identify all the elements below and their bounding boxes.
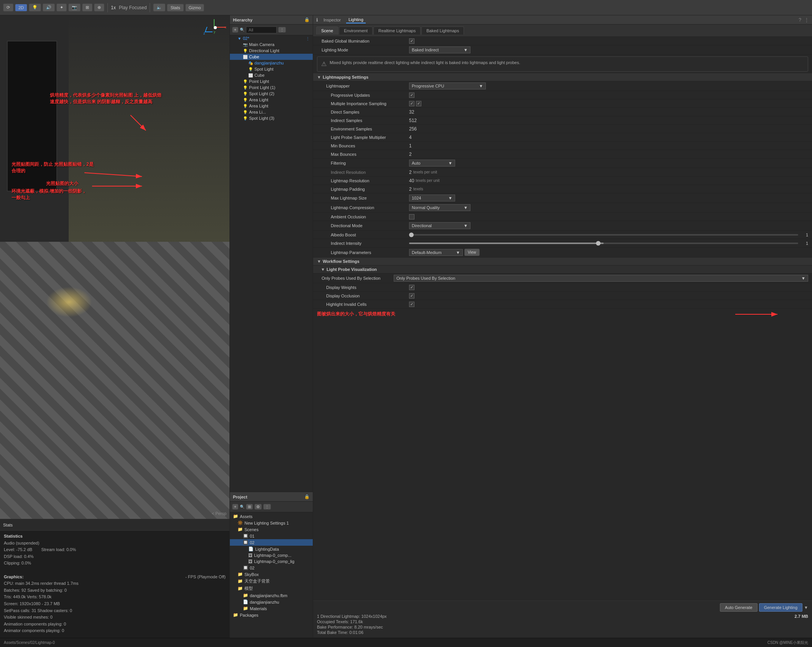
project-item[interactable]: 🔲02 — [230, 539, 313, 546]
project-item[interactable]: 📄dangjianjianzhu — [230, 599, 313, 605]
project-item[interactable]: 📁模型 — [230, 585, 313, 592]
nav-toggle[interactable]: ⊕ — [94, 3, 104, 12]
hierarchy-add-btn[interactable]: + — [232, 27, 238, 33]
lightmapper-dropdown[interactable]: Progressive CPU ▼ — [409, 83, 486, 89]
hierarchy-item[interactable]: 💡Spot Light — [230, 66, 313, 72]
project-item[interactable]: 🔲02 — [230, 564, 313, 571]
hierarchy-lock[interactable]: 🔒 — [304, 17, 310, 22]
hierarchy-item[interactable]: 🎭dangjianjianzhu — [230, 60, 313, 66]
right-header-options[interactable]: ⋮ — [804, 17, 809, 23]
albedo-boost-track[interactable] — [409, 234, 798, 236]
section-light-probe-vis[interactable]: ▼ Light Probe Visualization — [313, 266, 812, 274]
project-item[interactable]: 📁Packages — [230, 612, 313, 618]
display-weights-checkbox[interactable] — [409, 285, 414, 290]
tab-scene[interactable]: Scene — [316, 26, 338, 35]
indirect-samples-value[interactable]: 512 — [409, 118, 417, 123]
project-item[interactable]: 🖼Lightmap-0_comp_lig — [230, 558, 313, 564]
2d-toggle[interactable]: 2D — [15, 4, 27, 12]
mis-checkbox[interactable] — [409, 101, 414, 106]
lightmap-params-dropdown[interactable]: Default-Medium ▼ — [409, 249, 463, 256]
hierarchy-item[interactable]: ⬜Cube — [230, 54, 313, 60]
hierarchy-list: ▼ 02* ⋮ 📷Main Camera💡Directional Light⬜C… — [230, 35, 313, 492]
lightmap-padding-value[interactable]: 2 — [409, 187, 412, 192]
directional-mode-dropdown[interactable]: Directional ▼ — [409, 222, 470, 229]
project-item[interactable]: 📁天空盒子背景 — [230, 578, 313, 585]
gizmo-btn[interactable]: Gizmo — [185, 4, 205, 12]
lightmap-params-view-btn[interactable]: View — [464, 249, 480, 256]
project-view-btn[interactable]: ⊞ — [246, 504, 253, 510]
tab-baked-lightmaps[interactable]: Baked Lightmaps — [421, 26, 464, 35]
section-workflow[interactable]: ▼ Workflow Settings — [313, 257, 812, 266]
hierarchy-item[interactable]: ⬜Cube — [230, 72, 313, 78]
project-lock[interactable]: 🔒 — [304, 494, 310, 499]
fx-toggle[interactable]: ✦ — [56, 3, 67, 12]
display-occlusion-checkbox[interactable] — [409, 293, 414, 299]
tab-environment[interactable]: Environment — [339, 26, 373, 35]
generate-dropdown-arrow[interactable]: ▼ — [804, 605, 808, 610]
generate-lighting-btn[interactable]: Generate Lighting — [759, 603, 802, 612]
audio-toggle[interactable]: 🔊 — [43, 3, 55, 12]
right-header-help[interactable]: ? — [799, 17, 801, 23]
project-add-btn[interactable]: + — [232, 504, 238, 510]
hierarchy-item[interactable]: 💡Area Li... — [230, 109, 313, 115]
tab-lighting[interactable]: Lighting — [346, 17, 366, 23]
light-toggle[interactable]: 💡 — [29, 3, 41, 12]
lp-sample-mult-value[interactable]: 4 — [409, 135, 412, 140]
project-item[interactable]: 🖼Lightmap-0_comp... — [230, 552, 313, 558]
project-item[interactable]: 🔲01 — [230, 533, 313, 539]
lightmap-resolution-value[interactable]: 40 — [409, 178, 414, 183]
lighting-mode-dropdown[interactable]: Baked Indirect ▼ — [409, 46, 470, 53]
albedo-boost-thumb[interactable] — [409, 233, 414, 237]
hierarchy-search-input[interactable] — [246, 26, 277, 33]
indirect-resolution-value[interactable]: 2 — [409, 170, 412, 175]
project-item[interactable]: 📁Scenes — [230, 526, 313, 533]
hierarchy-scene-options[interactable]: ⋮ — [306, 36, 310, 41]
progressive-updates-checkbox[interactable] — [409, 92, 414, 98]
baked-gi-checkbox[interactable] — [409, 38, 414, 44]
project-item[interactable]: 📄LightingData — [230, 546, 313, 552]
max-bounces-value[interactable]: 2 — [409, 152, 412, 157]
scene-view[interactable]: y x z < Persp 烘培精度，代表烘多少个像素到光照帖图 上，越低烘焙速… — [0, 15, 229, 519]
tab-realtime-lightmaps[interactable]: Realtime Lightmaps — [373, 26, 421, 35]
project-item[interactable]: 🔆New Lighting Settings 1 — [230, 520, 313, 526]
tab-inspector[interactable]: Inspector — [321, 17, 343, 23]
hierarchy-item[interactable]: 💡Area Light — [230, 103, 313, 109]
hierarchy-item[interactable]: 💡Spot Light (2) — [230, 91, 313, 97]
scene-gizmo[interactable]: y x z — [203, 19, 226, 42]
auto-generate-btn[interactable]: Auto Generate — [720, 603, 758, 612]
project-filter-btn[interactable]: ⚙ — [254, 504, 262, 510]
hierarchy-options-btn[interactable]: ⋮ — [278, 27, 286, 33]
hierarchy-item[interactable]: 💡Spot Light (3) — [230, 115, 313, 121]
indirect-intensity-track[interactable] — [409, 243, 798, 244]
gizmo-toggle[interactable]: ⊞ — [82, 3, 92, 12]
filtering-dropdown[interactable]: Auto ▼ — [409, 160, 455, 167]
section-lightmapping[interactable]: ▼ Lightmapping Settings — [313, 73, 812, 81]
direct-samples-value[interactable]: 32 — [409, 109, 414, 115]
mis-checkbox-2[interactable] — [416, 101, 421, 106]
project-item[interactable]: 📁SkyBox — [230, 571, 313, 578]
project-options-btn[interactable]: ⋮ — [263, 504, 271, 510]
camera-toggle[interactable]: 📷 — [68, 3, 81, 12]
min-bounces-value[interactable]: 1 — [409, 143, 412, 149]
max-lightmap-size-dropdown[interactable]: 1024 ▼ — [409, 195, 455, 201]
stats-btn[interactable]: Stats — [167, 4, 183, 12]
lightmap-compression-dropdown[interactable]: Normal Quality ▼ — [409, 204, 470, 211]
only-probes-dropdown[interactable]: Only Probes Used By Selection ▼ — [394, 275, 808, 282]
hierarchy-item[interactable]: 💡Area Light — [230, 97, 313, 103]
project-item[interactable]: 📁Assets — [230, 513, 313, 520]
hierarchy-item[interactable]: 💡Point Light (1) — [230, 84, 313, 91]
rotate-tool[interactable]: ⟳ — [3, 3, 13, 12]
hierarchy-scene-root[interactable]: ▼ 02* ⋮ — [230, 35, 313, 41]
hierarchy-item[interactable]: 💡Point Light — [230, 78, 313, 84]
env-samples-value[interactable]: 256 — [409, 126, 417, 132]
project-item[interactable]: 📁dangjianjianzhu.fbm — [230, 592, 313, 599]
indirect-intensity-thumb[interactable] — [596, 241, 601, 246]
indirect-intensity-value[interactable]: 1 — [800, 241, 808, 246]
ambient-occlusion-checkbox[interactable] — [409, 214, 414, 220]
audio-btn[interactable]: 🔈 — [153, 3, 165, 12]
hierarchy-item[interactable]: 💡Directional Light — [230, 48, 313, 54]
albedo-boost-value[interactable]: 1 — [800, 233, 808, 237]
highlight-invalid-checkbox[interactable] — [409, 302, 414, 307]
hierarchy-item[interactable]: 📷Main Camera — [230, 41, 313, 48]
project-item[interactable]: 📁Materials — [230, 605, 313, 612]
